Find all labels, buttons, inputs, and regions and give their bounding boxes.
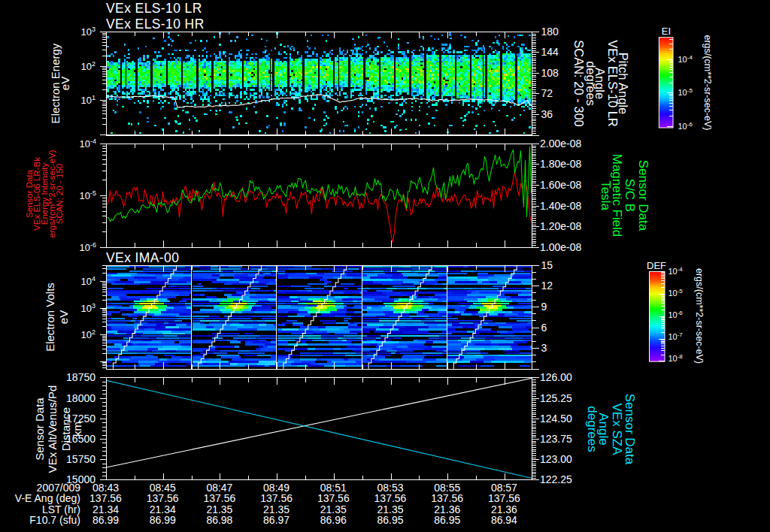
svg-text:VEx SZA: VEx SZA	[610, 404, 624, 456]
svg-text:Tesla: Tesla	[599, 180, 613, 210]
svg-text:SCAN: 20 - 300: SCAN: 20 - 300	[572, 40, 586, 127]
svg-text:12: 12	[541, 280, 553, 292]
svg-text:VEx ELS-10 LR: VEx ELS-10 LR	[106, 1, 202, 16]
svg-text:18000: 18000	[66, 392, 95, 404]
svg-text:122.25: 122.25	[540, 473, 572, 485]
svg-text:123.75: 123.75	[540, 433, 572, 445]
svg-text:ergs/(cm**2-sr-sec-eV): ergs/(cm**2-sr-sec-eV)	[694, 268, 705, 364]
svg-text:72: 72	[541, 87, 553, 99]
svg-text:86.95: 86.95	[434, 514, 460, 526]
svg-text:2.00e-08: 2.00e-08	[540, 138, 581, 150]
svg-text:eV: eV	[57, 310, 70, 324]
svg-text:86.96: 86.96	[320, 514, 347, 526]
svg-text:126.00: 126.00	[540, 371, 572, 383]
svg-text:1.40e-08: 1.40e-08	[540, 200, 581, 212]
svg-text:9: 9	[541, 301, 547, 313]
svg-text:86.95: 86.95	[377, 514, 403, 526]
svg-text:180: 180	[541, 26, 559, 38]
svg-text:SCAN: 20 - 150: SCAN: 20 - 150	[55, 164, 64, 225]
svg-text:125.25: 125.25	[540, 392, 572, 404]
svg-text:124.50: 124.50	[540, 413, 572, 425]
svg-text:Electron Volts: Electron Volts	[44, 283, 56, 352]
svg-text:1.20e-08: 1.20e-08	[540, 220, 581, 232]
svg-text:86.94: 86.94	[491, 514, 517, 526]
svg-text:VEx ELS-10 LR: VEx ELS-10 LR	[606, 40, 620, 127]
svg-text:DEF: DEF	[647, 260, 666, 271]
svg-text:VEx ELS-10 HR: VEx ELS-10 HR	[106, 17, 205, 32]
svg-text:ergs/(cm**2-sr-sec-eV): ergs/(cm**2-sr-sec-eV)	[702, 35, 713, 130]
svg-text:6: 6	[541, 322, 547, 334]
svg-text:degrees: degrees	[585, 406, 599, 452]
svg-text:S/C B: S/C B	[623, 179, 637, 212]
svg-text:18750: 18750	[66, 371, 95, 383]
svg-text:Sensor Data: Sensor Data	[33, 397, 46, 461]
svg-text:Sensor Data: Sensor Data	[636, 160, 650, 231]
svg-text:86.98: 86.98	[206, 514, 232, 526]
svg-text:36: 36	[541, 108, 553, 120]
svg-text:Sensor Data: Sensor Data	[623, 394, 637, 465]
svg-text:VEx IMA-00: VEx IMA-00	[106, 250, 179, 265]
svg-text:3: 3	[541, 342, 547, 354]
svg-text:86.97: 86.97	[263, 514, 290, 526]
svg-text:VEx Alt/Venus/Pd: VEx Alt/Venus/Pd	[46, 385, 59, 473]
svg-text:15750: 15750	[66, 453, 95, 465]
svg-text:F10.7 (sfu): F10.7 (sfu)	[29, 514, 80, 526]
svg-text:144: 144	[541, 46, 559, 58]
svg-text:EI: EI	[662, 26, 671, 37]
svg-text:1.80e-08: 1.80e-08	[540, 158, 581, 170]
svg-text:108: 108	[541, 67, 559, 79]
svg-text:1.00e-08: 1.00e-08	[540, 241, 581, 253]
svg-text:15: 15	[541, 259, 553, 271]
svg-text:86.99: 86.99	[150, 514, 176, 526]
svg-text:86.99: 86.99	[92, 514, 119, 526]
svg-text:123.00: 123.00	[540, 453, 572, 465]
svg-text:km: km	[71, 422, 83, 437]
svg-text:eV: eV	[59, 77, 71, 90]
svg-text:1.60e-08: 1.60e-08	[540, 179, 581, 191]
